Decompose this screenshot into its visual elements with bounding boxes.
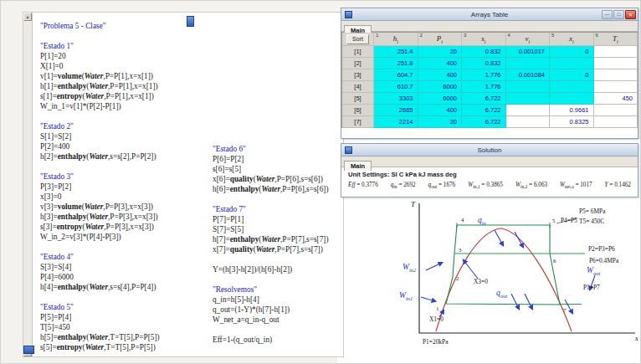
equation-line: x[6]=quality(Water,P=P[6],s=s[6]) bbox=[213, 174, 329, 184]
qin-arrow bbox=[515, 232, 523, 247]
array-cell: 0.001017 bbox=[506, 46, 551, 58]
column-header-T[interactable]: 6Ti bbox=[594, 33, 638, 46]
window-icon bbox=[345, 11, 352, 18]
equation-line: s[5]=entropy(Water,T=T[5],P=P[5]) bbox=[40, 342, 160, 352]
equation-line: q_out=(1-Y)*(h[7]-h[1]) bbox=[213, 305, 329, 315]
array-cell: 604.7 bbox=[374, 69, 418, 81]
equation-line bbox=[40, 242, 160, 252]
qin-arrow bbox=[495, 230, 503, 245]
equation-line: q_in=h[5]-h[4] bbox=[213, 295, 329, 305]
win2-arrow bbox=[426, 263, 442, 270]
array-cell bbox=[506, 93, 551, 105]
equation-line: h[7]=enthalpy(Water,P=P[7],s=s[7]) bbox=[213, 234, 329, 244]
array-cell bbox=[506, 105, 551, 116]
array-cell: 6.722 bbox=[462, 93, 506, 105]
equation-line: h[2]=enthalpy(Water,s=s[2],P=P[2]) bbox=[40, 151, 160, 161]
equation-line: h[4]=enthalpy(Water,s=s[4],P=P[4]) bbox=[40, 282, 160, 292]
equation-line bbox=[213, 254, 329, 264]
row-label: [7] bbox=[342, 116, 374, 128]
row-label: [1] bbox=[342, 46, 374, 58]
x3-arrow bbox=[464, 260, 478, 279]
qout-label: qout bbox=[496, 289, 507, 299]
solution-item: qin = 2692 bbox=[391, 182, 416, 189]
annotation-p4p5: P4=P5 bbox=[561, 217, 577, 224]
arrays-title: Arrays Table bbox=[341, 11, 638, 18]
tab-main-solution[interactable]: Main bbox=[344, 161, 372, 171]
equation-line: S[3]=S[4] bbox=[40, 262, 160, 272]
array-cell bbox=[594, 105, 638, 116]
ts-diagram: T s qin qout Win2 Win1 Wout 1 2 3 4 5 6 … bbox=[394, 195, 641, 362]
equation-line: P[5]=P[4] bbox=[40, 312, 160, 322]
array-cell: 251.8 bbox=[374, 58, 418, 69]
array-cell: 0.9661 bbox=[550, 105, 594, 116]
point-1-label: 1 bbox=[436, 305, 438, 311]
minimize-button[interactable]: ― bbox=[602, 10, 613, 19]
array-cell: 6000 bbox=[418, 81, 463, 93]
row-label: [4] bbox=[342, 81, 374, 93]
annotation-t5-temp: T5= 450C bbox=[579, 218, 604, 225]
row-label: [6] bbox=[342, 105, 374, 116]
qout-arrow bbox=[511, 294, 519, 309]
win1-label: Win1 bbox=[399, 291, 413, 301]
equation-line: "Estado 4" bbox=[40, 252, 160, 262]
solution-titlebar[interactable]: Solution bbox=[341, 144, 638, 156]
array-cell: 1.776 bbox=[462, 81, 506, 93]
qin-label: qin bbox=[478, 216, 486, 226]
equation-line: P[7]=P[1] bbox=[213, 214, 329, 224]
annotation-x3: X3=0 bbox=[474, 278, 488, 285]
equation-line: Eff=1-(q_out/q_in) bbox=[213, 335, 329, 345]
equations-window[interactable]: ▲ ▼ "Problema 5 - Clase" "Estado 1"P[1]=… bbox=[23, 12, 344, 357]
array-cell: 0.832 bbox=[462, 58, 506, 69]
equation-line: S[1]=S[2] bbox=[40, 131, 160, 141]
solution-item: Y = 0.1462 bbox=[605, 182, 631, 189]
array-cell: 2214 bbox=[374, 116, 418, 128]
equation-line bbox=[40, 111, 160, 121]
equations-scrollbar[interactable]: ▲ ▼ bbox=[23, 13, 33, 356]
equation-line: v[3]=volume(Water,P=P[3],x=x[3]) bbox=[40, 202, 160, 212]
array-cell bbox=[550, 58, 594, 69]
maximize-button[interactable]: □ bbox=[613, 10, 624, 19]
point-6-label: 6 bbox=[553, 258, 556, 264]
text-cursor-icon bbox=[187, 16, 194, 27]
array-cell bbox=[550, 81, 594, 93]
array-cell bbox=[594, 69, 638, 81]
solution-tabs: Main bbox=[341, 156, 638, 167]
equation-line bbox=[40, 161, 160, 172]
equation-line: "Resolvemos" bbox=[213, 285, 329, 295]
solution-item: Win,1 = 0.3865 bbox=[468, 182, 503, 189]
s-axis-label: s bbox=[635, 334, 638, 342]
arrays-table-grid: Sort1hi2Pi3si4vi5xi6Ti[1]251.4200.8320.0… bbox=[341, 32, 638, 128]
scroll-up-icon[interactable]: ▲ bbox=[23, 13, 32, 21]
close-button[interactable]: ✕ bbox=[625, 10, 636, 19]
column-header-v[interactable]: 4vi bbox=[506, 33, 551, 46]
arrays-table-window: Arrays Table ― □ ✕ Main Sort1hi2Pi3si4vi… bbox=[341, 8, 638, 139]
array-cell: 2665 bbox=[374, 105, 418, 116]
equation-line bbox=[213, 274, 329, 285]
column-header-x[interactable]: 5xi bbox=[550, 33, 594, 46]
annotation-p1p7: P1=P7 bbox=[583, 284, 600, 291]
win1-arrow bbox=[421, 297, 435, 301]
background-window-fragment bbox=[23, 346, 34, 354]
array-cell: 450 bbox=[594, 93, 638, 105]
equation-line: X[1]=0 bbox=[40, 61, 160, 71]
point-7-label: 7 bbox=[563, 307, 567, 313]
array-cell: 400 bbox=[418, 105, 463, 116]
equation-line: "Estado 7" bbox=[213, 204, 329, 214]
equation-line bbox=[40, 292, 160, 302]
equation-line: S[7]=S[5] bbox=[213, 224, 329, 234]
column-header-P[interactable]: 2Pi bbox=[418, 33, 463, 46]
point-5-label: 5 bbox=[552, 218, 556, 223]
equation-line: W_in_2=v[3]*(P[4]-P[3]) bbox=[40, 232, 160, 242]
array-cell: 251.4 bbox=[374, 46, 418, 58]
column-header-h[interactable]: 1hi bbox=[374, 33, 418, 46]
solution-title: Solution bbox=[341, 146, 638, 154]
arrays-titlebar[interactable]: Arrays Table ― □ ✕ bbox=[341, 8, 638, 21]
solution-body: Unit Settings: SI C kPa kJ mass deg Eff … bbox=[341, 167, 638, 189]
array-cell bbox=[506, 81, 551, 93]
column-header-s[interactable]: 3si bbox=[462, 33, 506, 46]
array-cell: 0.8325 bbox=[550, 116, 594, 128]
array-cell: 0 bbox=[550, 46, 594, 58]
equation-line: P[3]=P[2] bbox=[40, 182, 160, 192]
sort-button[interactable]: Sort bbox=[346, 34, 369, 44]
array-cell: 0.001084 bbox=[506, 69, 551, 81]
